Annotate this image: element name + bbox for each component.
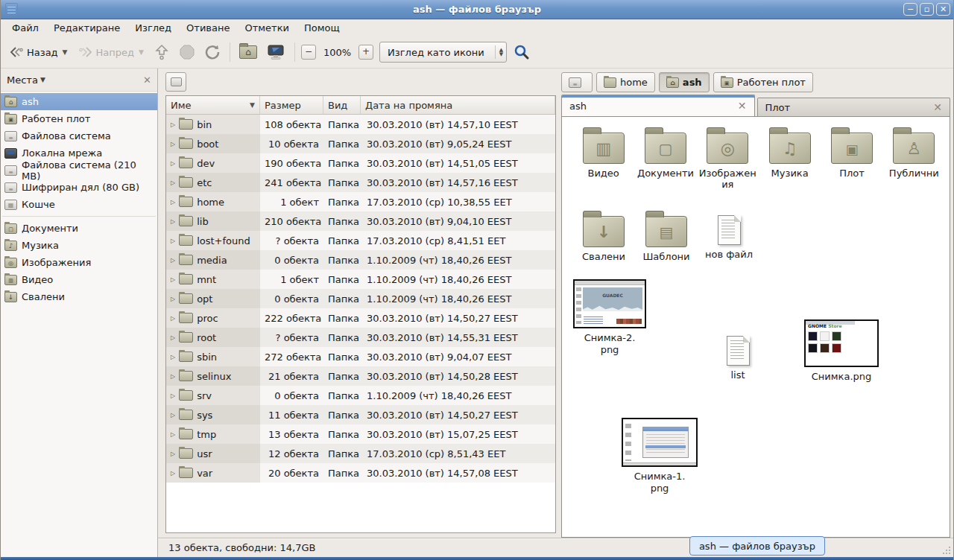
icon-pictures[interactable]: Изображения (697, 126, 759, 190)
icon-snimka[interactable]: GNOME Store Снимка.png (800, 319, 882, 383)
menu-bookmarks[interactable]: Отметки (238, 21, 295, 35)
up-button[interactable] (151, 41, 173, 63)
tree-row-tmp[interactable]: ▷ tmp 13 обекта Папка 30.03.2010 (вт) 15… (166, 424, 555, 444)
breadcrumb-button-ash[interactable]: ash (659, 72, 710, 92)
expander-icon[interactable]: ▷ (171, 451, 175, 457)
expander-icon[interactable]: ▷ (171, 257, 175, 264)
bookmark-pictures[interactable]: Изображения (1, 254, 157, 271)
column-header-date[interactable]: Дата на промяна (361, 96, 555, 114)
tree-row-var[interactable]: ▷ var 20 обекта Папка 30.03.2010 (вт) 14… (166, 463, 555, 483)
expander-icon[interactable]: ▷ (171, 373, 175, 380)
expander-icon[interactable]: ▷ (171, 141, 175, 147)
expander-icon[interactable]: ▷ (171, 431, 175, 438)
icon-list[interactable]: list (716, 330, 760, 381)
tree-row-sys[interactable]: ▷ sys 11 обекта Папка 30.03.2010 (вт) 14… (166, 405, 555, 424)
forward-button[interactable]: Напред ▼ (75, 42, 148, 62)
tab-close-icon[interactable]: ✕ (738, 100, 747, 112)
expander-icon[interactable]: ▷ (171, 199, 175, 206)
tree-row-root[interactable]: ▷ root ? обекта Папка 30.03.2010 (вт) 14… (166, 328, 555, 347)
place-desktop[interactable]: Работен плот (1, 110, 157, 127)
icon-snimka-1[interactable]: Снимка-1.png (619, 418, 701, 494)
tree-row-sbin[interactable]: ▷ sbin 272 обекта Папка 30.03.2010 (вт) … (166, 347, 555, 366)
place-filesystem[interactable]: Файлова система (1, 127, 157, 144)
breadcrumb-button-desktop[interactable]: Работен плот (713, 72, 813, 92)
menu-file[interactable]: Файл (5, 21, 45, 35)
tree-row-bin[interactable]: ▷ bin 108 обекта Папка 30.03.2010 (вт) 1… (166, 115, 555, 134)
search-button[interactable] (510, 40, 534, 64)
menu-go[interactable]: Отиване (180, 21, 236, 35)
expander-icon[interactable]: ▷ (171, 121, 175, 128)
icon-snimka-2[interactable]: GUADEC Снимка-2.png (571, 279, 648, 356)
tree-row-etc[interactable]: ▷ etc 241 обекта Папка 30.03.2010 (вт) 1… (166, 173, 555, 192)
root-location-button[interactable] (165, 72, 186, 92)
sidebar-header[interactable]: Места ▼ ✕ (1, 69, 157, 92)
expander-icon[interactable]: ▷ (171, 412, 175, 419)
icon-music[interactable]: Музика (759, 126, 821, 179)
column-header-size[interactable]: Размер (260, 96, 323, 114)
tree-row-media[interactable]: ▷ media 0 обекта Папка 1.10.2009 (чт) 18… (166, 250, 555, 270)
place-ash[interactable]: ash (1, 93, 157, 110)
tree-row-opt[interactable]: ▷ opt 0 обекта Папка 1.10.2009 (чт) 18,4… (166, 289, 555, 308)
place-trash[interactable]: Кошче (1, 196, 157, 213)
tree-row-boot[interactable]: ▷ boot 10 обекта Папка 30.03.2010 (вт) 9… (166, 134, 555, 153)
icon-video[interactable]: Видео (572, 126, 634, 179)
tree-row-lost-found[interactable]: ▷ lost+found ? обекта Папка 17.03.2010 (… (166, 231, 555, 250)
tab-close-icon[interactable]: ✕ (933, 101, 942, 113)
bookmark-documents[interactable]: Документи (1, 220, 157, 237)
zoom-out-button[interactable]: − (301, 45, 316, 60)
titlebar[interactable]: ash — файлов браузър − ▫ ✕ (1, 0, 953, 19)
bookmark-downloads[interactable]: Свалени (1, 288, 157, 305)
tree-row-home[interactable]: ▷ home 1 обект Папка 17.03.2010 (ср) 10,… (166, 192, 555, 211)
expander-icon[interactable]: ▷ (171, 334, 175, 341)
tree-row-usr[interactable]: ▷ usr 12 обекта Папка 17.03.2010 (ср) 8,… (166, 444, 555, 463)
expander-icon[interactable]: ▷ (171, 296, 175, 302)
column-header-name[interactable]: Име▼ (166, 96, 260, 114)
tab-ash[interactable]: ash ✕ (561, 95, 755, 116)
expander-icon[interactable]: ▷ (171, 238, 175, 244)
resize-grip[interactable] (941, 545, 952, 556)
maximize-button[interactable]: ▫ (920, 3, 934, 16)
tree-row-dev[interactable]: ▷ dev 190 обекта Папка 30.03.2010 (вт) 1… (166, 153, 555, 173)
back-button[interactable]: Назад ▼ (5, 42, 72, 62)
expander-icon[interactable]: ▷ (171, 315, 175, 322)
view-mode-select[interactable]: Изглед като икони ▲▼ (379, 42, 507, 63)
tree-row-srv[interactable]: ▷ srv 0 обекта Папка 1.10.2009 (чт) 18,4… (166, 386, 555, 405)
expander-icon[interactable]: ▷ (171, 392, 175, 399)
menu-help[interactable]: Помощ (297, 21, 347, 35)
column-header-type[interactable]: Вид (323, 96, 361, 114)
sidebar-close-icon[interactable]: ✕ (143, 74, 151, 86)
icon-view[interactable]: Видео Документи (561, 116, 950, 538)
minimize-button[interactable]: − (903, 3, 917, 16)
icon-documents[interactable]: Документи (634, 126, 696, 179)
icon-desktop[interactable]: Плот (821, 126, 882, 179)
tree-row-mnt[interactable]: ▷ mnt 1 обект Папка 1.10.2009 (чт) 18,40… (166, 270, 555, 289)
close-button[interactable]: ✕ (936, 3, 950, 16)
menu-edit[interactable]: Редактиране (47, 21, 127, 35)
forward-history-chevron[interactable]: ▼ (139, 48, 144, 56)
expander-icon[interactable]: ▷ (171, 354, 175, 360)
icon-downloads[interactable]: Свалени (572, 209, 635, 262)
expander-icon[interactable]: ▷ (171, 179, 175, 186)
icon-new-file[interactable]: нов файл (698, 209, 760, 260)
home-button[interactable]: ⌂ (236, 42, 260, 62)
computer-button[interactable] (263, 41, 288, 63)
menu-view[interactable]: Изглед (128, 21, 178, 35)
back-history-chevron[interactable]: ▼ (63, 48, 68, 56)
bookmark-music[interactable]: Музика (1, 237, 157, 254)
tree-row-lib[interactable]: ▷ lib 210 обекта Папка 30.03.2010 (вт) 9… (166, 211, 555, 231)
icon-public[interactable]: Публични (883, 126, 945, 179)
place-filesystem-210[interactable]: Файлова система (210 MB) (1, 162, 157, 179)
expander-icon[interactable]: ▷ (171, 470, 175, 477)
icon-templates[interactable]: Шаблони (635, 209, 698, 262)
expander-icon[interactable]: ▷ (171, 160, 175, 167)
stop-button[interactable] (176, 41, 198, 63)
tree-row-proc[interactable]: ▷ proc 222 обекта Папка 30.03.2010 (вт) … (166, 308, 555, 328)
reload-button[interactable] (201, 41, 224, 63)
tab-plot[interactable]: Плот ✕ (757, 98, 951, 116)
breadcrumb-button-root[interactable] (561, 72, 593, 92)
place-encrypted-80[interactable]: Шифриран дял (80 GB) (1, 179, 157, 196)
expander-icon[interactable]: ▷ (171, 276, 175, 283)
zoom-in-button[interactable]: + (358, 45, 373, 60)
bookmark-video[interactable]: Видео (1, 271, 157, 288)
breadcrumb-button-home[interactable]: home (596, 72, 655, 92)
